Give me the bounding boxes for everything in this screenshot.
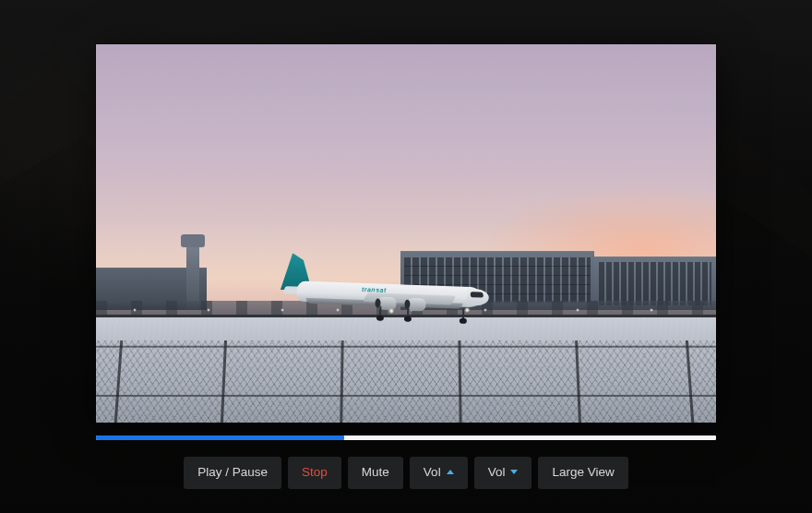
large-view-button[interactable]: Large View <box>538 457 627 489</box>
volume-down-button[interactable]: Vol <box>474 457 532 489</box>
caret-down-icon <box>510 470 518 474</box>
caret-up-icon <box>447 470 454 474</box>
video-viewport[interactable]: transat <box>96 44 716 423</box>
play-pause-button[interactable]: Play / Pause <box>184 457 281 489</box>
controls-bar: Play / Pause Stop Mute Vol Vol Large Vie… <box>96 457 716 489</box>
video-player: transat Play / Pause Stop Mute Vol <box>96 44 716 489</box>
volume-up-button[interactable]: Vol <box>410 457 468 489</box>
mute-button[interactable]: Mute <box>348 457 403 489</box>
aircraft-livery-text: transat <box>362 286 387 293</box>
volume-down-label: Vol <box>488 466 506 479</box>
stop-button[interactable]: Stop <box>288 457 341 489</box>
progress-fill <box>96 435 344 440</box>
progress-bar[interactable] <box>96 435 716 440</box>
airplane: transat <box>269 252 510 327</box>
video-scene: transat <box>96 44 716 423</box>
volume-up-label: Vol <box>424 466 441 479</box>
